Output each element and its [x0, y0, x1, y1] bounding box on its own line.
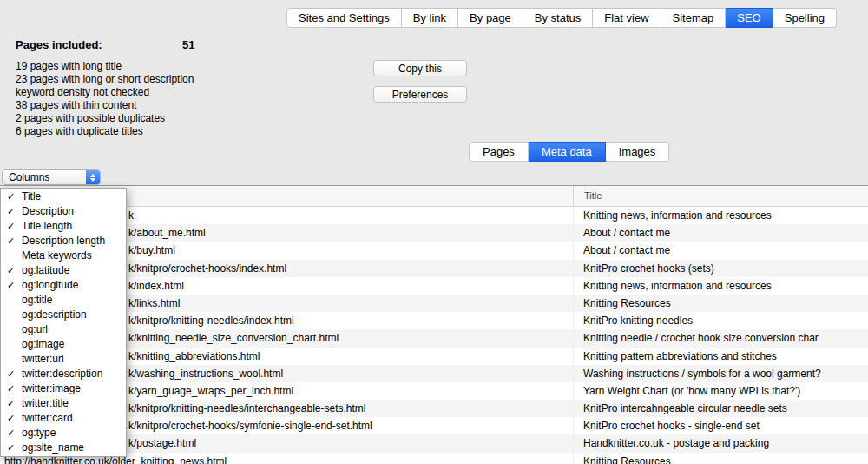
seo-summary-panel: Pages included: 51 19 pages with long ti…: [16, 38, 241, 138]
table-body: k Knitting news, information and resourc…: [0, 207, 868, 464]
table-row[interactable]: k/knitpro/knitting-needles/interchangeab…: [0, 400, 868, 417]
chevron-updown-icon: [86, 170, 100, 184]
main-tab[interactable]: Flat view: [593, 8, 661, 28]
columns-menu-item-label: og:site_name: [22, 441, 84, 454]
columns-menu-item-label: Title: [22, 190, 41, 202]
table-row[interactable]: k/knitting_abbreviations.html Knitting p…: [0, 348, 868, 365]
columns-menu-item[interactable]: og:latitude: [1, 263, 126, 278]
summary-line: 6 pages with duplicate titles: [16, 125, 241, 138]
title-cell: KnitPro knitting needles: [573, 312, 693, 329]
summary-line: 2 pages with possible duplicates: [16, 112, 241, 125]
checkmark-icon: [7, 367, 15, 381]
table-row[interactable]: k/knitpro/crochet-hooks/symfonie-single-…: [0, 417, 868, 434]
columns-menu: Title Description Title length Descripti…: [0, 188, 127, 457]
checkmark-icon: [7, 441, 15, 455]
checkmark-icon: [7, 411, 15, 426]
main-tab[interactable]: By link: [402, 8, 458, 28]
main-tab[interactable]: Sites and Settings: [286, 8, 402, 28]
pages-included-label: Pages included:: [16, 38, 102, 51]
columns-menu-item-label: Title length: [22, 220, 72, 232]
table-row[interactable]: k/knitpro/crochet-hooks/index.html KnitP…: [0, 260, 868, 277]
column-divider: [573, 207, 574, 464]
title-cell: KnitPro intercahngeable circular needle …: [573, 400, 787, 417]
columns-menu-item[interactable]: Description length: [1, 234, 126, 249]
title-cell: Washing instructions / symbols for a woo…: [573, 365, 821, 382]
columns-menu-item[interactable]: twitter:image: [1, 381, 126, 396]
columns-menu-item-label: og:title: [22, 294, 52, 306]
columns-menu-item[interactable]: og:title: [1, 293, 126, 308]
title-cell: Knitting Resources: [573, 453, 671, 464]
columns-menu-item[interactable]: og:description: [1, 308, 126, 322]
main-tab[interactable]: Sitemap: [661, 8, 727, 28]
title-cell: Yarn Weight Chart (or 'how many WPI is t…: [573, 382, 800, 400]
title-cell: Knitting news, information and resources: [573, 277, 772, 295]
columns-menu-item[interactable]: twitter:url: [1, 352, 126, 367]
columns-menu-item[interactable]: twitter:description: [1, 367, 126, 381]
summary-line: 19 pages with long title: [16, 60, 241, 73]
table-row[interactable]: k/knitting_needle_size_conversion_chart.…: [0, 329, 868, 347]
table-row[interactable]: k/links.html Knitting Resources: [0, 295, 868, 312]
checkmark-icon: [7, 189, 15, 204]
view-tab-bar: Pages Meta data Images: [469, 142, 669, 162]
columns-menu-item[interactable]: twitter:title: [1, 396, 126, 411]
title-cell: Knitting Resources: [573, 295, 671, 312]
main-tab[interactable]: Spelling: [773, 8, 837, 28]
columns-menu-item[interactable]: og:longitude: [1, 278, 126, 293]
table-row[interactable]: k/index.html Knitting news, information …: [0, 277, 868, 295]
table-row[interactable]: k/washing_instructions_wool.html Washing…: [0, 365, 868, 382]
main-tab[interactable]: SEO: [726, 8, 773, 28]
title-cell: KnitPro crochet hooks - single-end set: [573, 417, 760, 434]
columns-menu-item-label: twitter:title: [22, 397, 69, 409]
columns-menu-item-label: twitter:description: [22, 368, 102, 380]
title-column-header[interactable]: Title: [573, 186, 868, 206]
pages-included-row: Pages included: 51: [16, 38, 241, 51]
summary-line: 23 pages with long or short description: [16, 73, 241, 86]
columns-menu-item-label: twitter:card: [22, 412, 73, 424]
columns-menu-item[interactable]: og:type: [1, 426, 126, 441]
columns-menu-item[interactable]: Title: [1, 189, 126, 204]
columns-menu-item-label: twitter:image: [22, 382, 81, 394]
table-row[interactable]: k/buy.html About / contact me: [0, 242, 868, 259]
table-row[interactable]: k/postage.html Handknitter.co.uk - posta…: [0, 434, 868, 452]
checkmark-icon: [7, 263, 15, 278]
columns-menu-item-label: Meta keywords: [22, 249, 92, 262]
main-tab-bar: Sites and Settings By link By page By st…: [286, 8, 837, 28]
summary-lines: 19 pages with long title 23 pages with l…: [16, 60, 241, 138]
meta-data-table: Title k Knitting news, information and r…: [0, 185, 868, 464]
table-row[interactable]: k/knitpro/knitting-needles/index.html Kn…: [0, 312, 868, 329]
columns-dropdown-label: Columns: [3, 170, 86, 184]
title-cell: Knitting needle / crochet hook size conv…: [573, 329, 819, 347]
title-cell: About / contact me: [573, 242, 670, 259]
main-tab[interactable]: By status: [523, 8, 593, 28]
columns-dropdown-button[interactable]: Columns: [2, 169, 101, 185]
columns-menu-item[interactable]: og:image: [1, 337, 126, 352]
columns-menu-item-label: og:image: [22, 338, 64, 350]
title-cell: Knitting news, information and resources: [573, 207, 772, 224]
checkmark-icon: [7, 219, 15, 234]
columns-menu-item[interactable]: og:site_name: [1, 441, 126, 455]
columns-menu-item-label: og:longitude: [22, 279, 78, 291]
columns-menu-item[interactable]: twitter:card: [1, 411, 126, 426]
columns-menu-item[interactable]: og:url: [1, 322, 126, 337]
title-cell: KnitPro crochet hooks (sets): [573, 260, 714, 277]
table-row[interactable]: k Knitting news, information and resourc…: [0, 207, 868, 224]
view-tab[interactable]: Meta data: [529, 142, 606, 162]
view-tab[interactable]: Pages: [469, 142, 529, 162]
table-row[interactable]: http://handknitter.co.uk/older_knitting_…: [0, 453, 868, 464]
columns-menu-item[interactable]: Title length: [1, 219, 126, 234]
main-tab[interactable]: By page: [458, 8, 523, 28]
pages-included-count: 51: [182, 38, 194, 51]
columns-menu-item-label: og:description: [22, 308, 87, 321]
checkmark-icon: [7, 278, 15, 293]
columns-menu-item-label: Description: [22, 205, 74, 217]
checkmark-icon: [7, 426, 15, 441]
table-row[interactable]: k/yarn_guage_wraps_per_inch.html Yarn We…: [0, 382, 868, 400]
table-row[interactable]: k/about_me.html About / contact me: [0, 224, 868, 242]
columns-menu-item[interactable]: Meta keywords: [1, 249, 126, 263]
copy-this-button[interactable]: Copy this: [373, 60, 467, 76]
view-tab[interactable]: Images: [606, 142, 670, 162]
table-header-row: Title: [0, 186, 868, 207]
columns-menu-item[interactable]: Description: [1, 204, 126, 219]
preferences-button[interactable]: Preferences: [373, 86, 467, 103]
columns-menu-item-label: og:type: [22, 427, 56, 439]
